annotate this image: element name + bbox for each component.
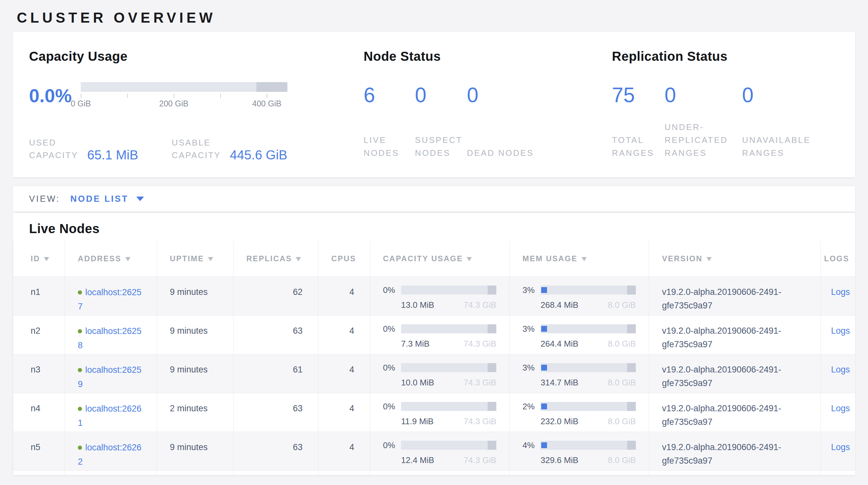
node-uptime: 2 minutes <box>170 403 208 413</box>
capacity-max-value: 74.3 GiB <box>464 300 496 310</box>
node-logs-link[interactable]: Logs <box>831 403 850 413</box>
node-id-cell: n1 <box>13 277 65 315</box>
table-row-partial <box>13 470 856 475</box>
column-header-replicas[interactable]: REPLICAS <box>234 241 318 277</box>
view-dropdown[interactable]: NODE LIST <box>70 194 144 204</box>
usable-capacity-value: 445.6 GiB <box>230 148 287 162</box>
mem-used-value: 232.0 MiB <box>540 417 578 426</box>
column-header-label: VERSION <box>662 254 703 263</box>
node-uptime: 9 minutes <box>170 365 208 374</box>
column-header-id[interactable]: ID <box>13 241 65 277</box>
capacity-bar-reserved-segment <box>488 363 496 372</box>
capacity-used-value: 12.4 MiB <box>401 455 434 465</box>
node-replicas: 63 <box>293 403 303 413</box>
mem-max-value: 8.0 GiB <box>608 417 636 426</box>
mem-bar-reserved-segment <box>627 441 636 450</box>
node-address-link[interactable]: localhost:26262 <box>78 443 142 466</box>
column-header-address[interactable]: ADDRESS <box>65 241 157 277</box>
node-logs-link[interactable]: Logs <box>831 326 850 336</box>
capacity-percent: 0% <box>383 322 401 336</box>
node-address-cell: localhost:26258 <box>65 315 157 354</box>
column-header-capacity-usage[interactable]: CAPACITY USAGE <box>370 241 509 277</box>
node-cpus-cell: 4 <box>318 393 370 432</box>
node-uptime: 9 minutes <box>170 442 208 452</box>
node-replicas-cell: 62 <box>234 277 318 315</box>
mem-usage-bar <box>540 402 636 411</box>
dead-nodes-value: 0 <box>467 85 561 106</box>
node-replicas-cell: 61 <box>234 354 318 393</box>
node-cpus: 4 <box>349 287 354 297</box>
mem-bar-fill <box>541 442 547 448</box>
node-version-cell: v19.2.0-alpha.20190606-2491-gfe735c9a97 <box>649 315 821 354</box>
capacity-bar-reserved-segment <box>488 402 496 411</box>
axis-label: 200 GiB <box>159 99 188 108</box>
live-nodes-label: LIVE NODES <box>364 134 415 160</box>
view-dropdown-value[interactable]: NODE LIST <box>70 194 128 204</box>
node-cpus-cell: 4 <box>318 432 370 470</box>
capacity-stats: USED CAPACITY 65.1 MiB USABLE CAPACITY 4… <box>29 137 364 162</box>
node-logs-cell: Logs <box>821 315 856 354</box>
node-logs-link[interactable]: Logs <box>831 287 850 297</box>
capacity-percent: 0% <box>383 361 401 374</box>
node-cpus: 4 <box>349 365 354 374</box>
capacity-used-value: 10.0 MiB <box>401 378 434 387</box>
node-status-labels: LIVE NODES SUSPECT NODES DEAD NODES <box>364 134 612 160</box>
mem-bar-reserved-segment <box>627 286 636 294</box>
mem-max-value: 8.0 GiB <box>608 378 636 387</box>
sort-caret-icon <box>296 257 301 261</box>
node-version: v19.2.0-alpha.20190606-2491-gfe735c9a97 <box>662 326 781 349</box>
node-address-link[interactable]: localhost:26259 <box>78 365 142 389</box>
node-version: v19.2.0-alpha.20190606-2491-gfe735c9a97 <box>662 403 781 427</box>
node-logs-link[interactable]: Logs <box>831 442 850 452</box>
capacity-bar-reserved-segment <box>256 82 287 92</box>
capacity-max-value: 74.3 GiB <box>464 417 496 426</box>
used-capacity-stat: USED CAPACITY 65.1 MiB <box>29 137 138 162</box>
capacity-usage-bar <box>401 324 496 333</box>
node-version: v19.2.0-alpha.20190606-2491-gfe735c9a97 <box>662 287 781 310</box>
mem-used-value: 314.7 MiB <box>540 378 578 387</box>
mem-bar-fill <box>541 403 547 409</box>
node-live-status-icon <box>78 368 82 372</box>
node-replicas-cell: 63 <box>234 315 318 354</box>
mem-usage-bar <box>540 324 636 333</box>
node-address-link[interactable]: localhost:26261 <box>78 404 142 428</box>
sort-caret-icon <box>44 257 49 261</box>
node-address-cell: localhost:26259 <box>65 354 157 393</box>
column-header-label: UPTIME <box>170 254 204 263</box>
mem-percent: 2% <box>523 400 540 413</box>
node-address-link[interactable]: localhost:26257 <box>78 287 142 311</box>
capacity-percent: 0% <box>383 438 401 452</box>
replication-status-labels: TOTAL RANGES UNDER-REPLICATED RANGES UNA… <box>612 121 839 160</box>
node-address-link[interactable]: localhost:26258 <box>78 326 142 350</box>
node-status-section: Node Status 6 0 0 LIVE NODES SUSPECT NOD… <box>364 49 612 177</box>
node-replicas: 61 <box>293 365 303 374</box>
under-replicated-ranges-label: UNDER-REPLICATED RANGES <box>664 121 742 160</box>
node-id: n4 <box>31 403 40 413</box>
capacity-used-value: 11.9 MiB <box>401 417 434 426</box>
column-header-uptime[interactable]: UPTIME <box>157 241 234 277</box>
node-logs-cell: Logs <box>821 354 856 393</box>
mem-max-value: 8.0 GiB <box>608 339 636 348</box>
sort-caret-icon <box>467 257 472 261</box>
live-nodes-card: Live Nodes ID ADDRESS UPTIME REPLICAS CP… <box>13 213 855 475</box>
total-ranges-label: TOTAL RANGES <box>612 134 664 160</box>
column-header-cpus: CPUS <box>318 241 370 277</box>
table-row: n5 localhost:26262 9 minutes 63 4 0% 12.… <box>13 432 856 470</box>
node-logs-link[interactable]: Logs <box>831 365 850 374</box>
axis-label: 400 GiB <box>252 99 281 108</box>
capacity-percent: 0% <box>383 283 401 297</box>
axis-label: 0 GiB <box>71 99 91 108</box>
mem-percent: 3% <box>523 361 540 374</box>
unavailable-ranges-value: 0 <box>742 85 839 106</box>
capacity-axis-labels: 0 GiB 200 GiB 400 GiB <box>81 99 287 109</box>
chevron-down-icon <box>136 197 144 201</box>
mem-usage-bar <box>540 363 636 372</box>
capacity-usage-bar <box>401 363 496 372</box>
axis-tick <box>127 94 128 98</box>
capacity-used-value: 7.3 MiB <box>401 339 430 348</box>
node-id-cell: n3 <box>13 354 65 393</box>
capacity-max-value: 74.3 GiB <box>464 339 496 348</box>
mem-used-value: 268.4 MiB <box>540 300 578 310</box>
column-header-mem-usage[interactable]: MEM USAGE <box>509 241 649 277</box>
column-header-version[interactable]: VERSION <box>649 241 821 277</box>
